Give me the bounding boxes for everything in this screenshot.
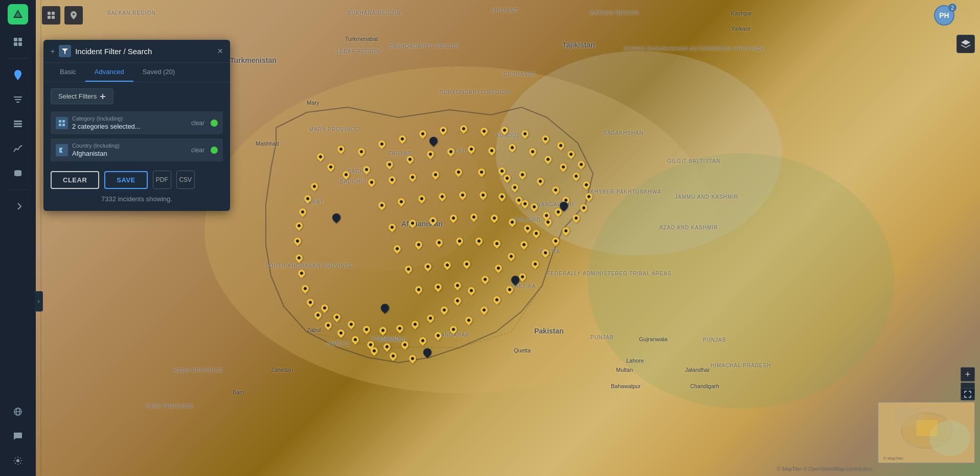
filter-row-category: Category (Including) 2 categories select… [51, 111, 223, 134]
mini-map[interactable]: © MapTiler [878, 402, 975, 463]
sidebar-item-layers-list[interactable] [7, 113, 29, 135]
svg-rect-9 [18, 42, 22, 46]
svg-rect-14 [14, 121, 22, 122]
tab-saved[interactable]: Saved (20) [133, 63, 185, 82]
sidebar-divider [8, 58, 28, 59]
sidebar [0, 0, 36, 476]
sidebar-item-chat[interactable] [7, 425, 29, 447]
category-active-indicator [211, 120, 218, 127]
tab-advanced-label: Advanced [95, 68, 124, 76]
layer-toggle-btn[interactable] [956, 35, 975, 53]
svg-rect-25 [52, 16, 55, 19]
pdf-label: PDF [156, 176, 168, 183]
select-filters-label: Select Filters [58, 92, 97, 100]
svg-rect-23 [52, 12, 55, 15]
svg-rect-16 [14, 126, 22, 127]
attribution-text: © MapTiler © OpenStreetMap contributors [777, 466, 873, 472]
tab-basic-label: Basic [60, 68, 76, 76]
attribution: © MapTiler © OpenStreetMap contributors [777, 466, 873, 472]
country-filter-content: Country (Including) Afghanistan [72, 142, 185, 157]
topbar [36, 0, 980, 31]
filter-panel: + Incident Filter / Search × Basic Advan… [43, 40, 230, 211]
sidebar-item-location[interactable] [7, 64, 29, 86]
svg-rect-30 [59, 124, 61, 126]
svg-point-3 [588, 153, 895, 409]
status-text: 7332 incidents showing. [101, 195, 172, 203]
sidebar-divider-2 [8, 189, 28, 190]
panel-title: Incident Filter / Search [75, 47, 213, 56]
expand-map-btn[interactable] [961, 388, 975, 400]
filter-row-country: Country (Including) Afghanistan clear [51, 138, 223, 161]
topbar-table-btn[interactable] [42, 6, 60, 25]
panel-filter-icon [59, 45, 71, 57]
svg-text:© MapTiler: © MapTiler [883, 456, 903, 461]
panel-actions: CLEAR SAVE PDF CSV [43, 165, 230, 191]
select-filters-btn[interactable]: Select Filters [51, 88, 113, 104]
svg-rect-24 [48, 16, 51, 19]
category-filter-label: Category (Including) [72, 115, 185, 122]
clear-btn[interactable]: CLEAR [51, 171, 99, 189]
sidebar-item-chart[interactable] [7, 137, 29, 160]
svg-rect-6 [14, 38, 17, 41]
svg-point-21 [16, 459, 19, 462]
svg-rect-36 [917, 420, 937, 436]
sidebar-item-filters[interactable] [7, 88, 29, 111]
collapse-panel-btn[interactable]: › [35, 291, 43, 312]
category-icon [56, 117, 68, 129]
panel-close-btn[interactable]: × [217, 46, 223, 57]
sidebar-item-expand[interactable] [7, 195, 29, 218]
sidebar-item-stack[interactable] [7, 162, 29, 184]
country-filter-value: Afghanistan [72, 150, 185, 157]
panel-tabs: Basic Advanced Saved (20) [43, 63, 230, 82]
sidebar-item-settings[interactable] [7, 449, 29, 472]
incidents-status: 7332 incidents showing. [43, 191, 230, 205]
zoom-in-btn[interactable]: + [961, 367, 975, 382]
svg-rect-31 [62, 124, 65, 126]
svg-rect-7 [18, 38, 22, 41]
app-logo[interactable] [8, 4, 28, 25]
panel-header: + Incident Filter / Search × [43, 40, 230, 63]
csv-label: CSV [179, 176, 192, 183]
svg-rect-15 [14, 123, 22, 125]
sidebar-item-table[interactable] [7, 31, 29, 53]
svg-rect-28 [59, 120, 61, 123]
save-btn[interactable]: SAVE [104, 171, 147, 189]
topbar-location-btn[interactable] [64, 6, 83, 25]
category-filter-content: Category (Including) 2 categories select… [72, 115, 185, 130]
pdf-export-btn[interactable]: PDF [153, 171, 171, 189]
svg-rect-22 [48, 12, 51, 15]
svg-rect-29 [62, 120, 65, 123]
country-active-indicator [211, 147, 218, 154]
csv-export-btn[interactable]: CSV [176, 171, 195, 189]
sidebar-item-globe[interactable] [7, 400, 29, 423]
tab-advanced[interactable]: Advanced [85, 63, 133, 82]
category-clear-btn[interactable]: clear [189, 118, 207, 128]
tab-basic[interactable]: Basic [51, 63, 85, 82]
panel-pin-btn[interactable]: + [51, 47, 55, 55]
country-clear-btn[interactable]: clear [189, 146, 207, 155]
country-filter-label: Country (Including) [72, 142, 185, 149]
svg-rect-8 [14, 42, 17, 46]
tab-saved-label: Saved (20) [143, 68, 175, 76]
country-icon [56, 144, 68, 156]
category-filter-value: 2 categories selected... [72, 123, 185, 130]
